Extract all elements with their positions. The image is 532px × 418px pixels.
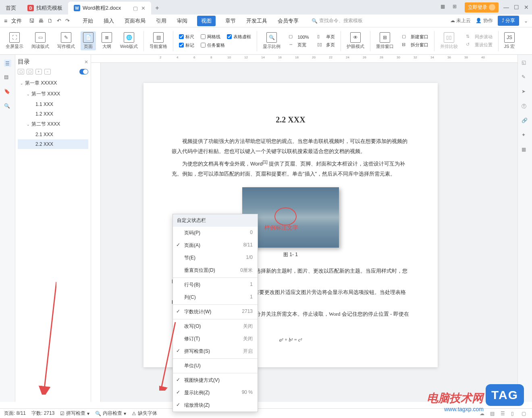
tab-close-icon[interactable]: ✕	[141, 5, 145, 11]
singlepage-button[interactable]: ▯单页	[317, 34, 335, 40]
sidebyside-button[interactable]: ▯▯ 并排比较	[438, 31, 460, 50]
login-button[interactable]: 立即登录	[465, 2, 499, 12]
multipage-button[interactable]: ▯▯多页	[317, 42, 335, 48]
document-area[interactable]: 246810121416182022242628303234363840 2.2…	[91, 55, 517, 402]
contextmenu-item[interactable]: ✓字数统计(W)2713	[173, 306, 258, 318]
contextmenu-item[interactable]: ✓缩放滑块(Z)	[173, 399, 258, 412]
toc-item[interactable]: 2.1 XXX	[18, 130, 88, 139]
ruler-checkbox[interactable]: 标尺	[179, 34, 194, 40]
grid-checkbox[interactable]: 网格线	[201, 34, 220, 40]
file-menu[interactable]: 文件	[11, 17, 22, 25]
view-icon[interactable]: ☰	[501, 411, 507, 416]
pageview-button[interactable]: 📄 页面	[81, 31, 96, 50]
zoom100-button[interactable]: ▢100%	[289, 34, 309, 40]
toc-tool-icon[interactable]: +	[35, 69, 42, 74]
tab-document[interactable]: W Word教程2.docx ▢ ✕	[68, 2, 151, 14]
ribbon-collapse-icon[interactable]: ⌄	[524, 18, 528, 24]
apps-icon[interactable]: ⊞	[453, 4, 460, 11]
ribbon-tab[interactable]: 插入	[103, 16, 115, 26]
view-icon[interactable]: ▤	[490, 411, 497, 416]
tab-home[interactable]: 首页	[0, 2, 22, 14]
arrange-button[interactable]: ⊞ 重排窗口	[374, 31, 396, 50]
status-spellcheck[interactable]: ☑ 拼写检查 ▾	[60, 410, 89, 417]
ribbon-tab[interactable]: 页面布局	[124, 16, 146, 26]
splitwin-button[interactable]: ⊟拆分窗口	[402, 42, 428, 48]
taskpane-checkbox[interactable]: 任务窗格	[201, 42, 225, 48]
search-rail-icon[interactable]: 🔍	[4, 103, 11, 110]
writemode-button[interactable]: ✎ 写作模式	[55, 31, 77, 50]
toc-item[interactable]: 2.2 XXX	[18, 139, 88, 149]
contextmenu-item[interactable]: 垂直页位置(D)0厘米	[173, 264, 258, 277]
toc-item[interactable]: ⌄第一章 XXXXX	[18, 78, 88, 89]
status-contentcheck[interactable]: 🔍 内容检查 ▾	[95, 410, 126, 417]
qat-redo-icon[interactable]: ↷	[65, 18, 70, 24]
toc-tool-icon[interactable]: ▢	[27, 69, 33, 74]
newwin-button[interactable]: ▢新建窗口	[402, 34, 428, 40]
collab-button[interactable]: 👤 协作	[476, 17, 493, 24]
ribbon-tab[interactable]: 开发工具	[245, 16, 268, 26]
toc-item[interactable]: 1.1 XXX	[18, 99, 88, 109]
contextmenu-item[interactable]: 改写(O)关闭	[173, 320, 258, 333]
vertical-ruler[interactable]	[91, 63, 101, 402]
rail-icon[interactable]: ◱	[522, 60, 529, 67]
qat-print-icon[interactable]: 🖶	[38, 18, 44, 24]
toc-tool-icon[interactable]: ▢	[18, 69, 24, 74]
rail-cursor-icon[interactable]: ➤	[522, 89, 529, 96]
view-icon[interactable]: ▢	[522, 411, 528, 416]
maximize-button[interactable]: ☐	[514, 4, 519, 10]
contextmenu-item[interactable]: 行号(B)1	[173, 279, 258, 291]
tabledash-checkbox[interactable]: 表格虚框	[227, 34, 251, 40]
qat-undo-icon[interactable]: ↶	[57, 18, 61, 24]
ribbon-tab[interactable]: 视图	[197, 16, 216, 26]
rail-star-icon[interactable]: ✦	[522, 132, 529, 139]
status-missingfont[interactable]: ⚠ 缺失字体	[132, 410, 157, 417]
ribbon-tab[interactable]: 会员专享	[277, 16, 299, 26]
ribbon-tab[interactable]: 引用	[155, 16, 167, 26]
contextmenu-item[interactable]: 节(E)1/0	[173, 252, 258, 264]
jsmacro-button[interactable]: JS JS 宏	[502, 31, 517, 50]
contextmenu-item[interactable]: ✓视图快捷方式(V)	[173, 374, 258, 387]
contextmenu-item[interactable]: ✓拼写检查(S)开启	[173, 345, 258, 358]
contextmenu-item[interactable]: 列(C)1	[173, 291, 258, 304]
chevron-down-icon[interactable]: ⌄	[27, 92, 30, 96]
pagewidth-button[interactable]: ↔页宽	[289, 42, 309, 48]
thumbnail-rail-icon[interactable]: ▤	[4, 74, 11, 81]
close-button[interactable]: ✕	[524, 4, 529, 10]
readmode-button[interactable]: ▭ 阅读版式	[29, 31, 52, 50]
webview-button[interactable]: 🌐 Web版式	[118, 31, 140, 50]
command-search[interactable]: 🔍 查找命令、搜索模板	[312, 17, 384, 24]
chevron-down-icon[interactable]: ⌄	[20, 81, 23, 85]
horizontal-ruler[interactable]: 246810121416182022242628303234363840	[91, 55, 517, 63]
marker-checkbox[interactable]: 标记	[179, 42, 194, 48]
rail-text-icon[interactable]: Ⓣ	[522, 103, 529, 110]
ribbon-tab[interactable]: 开始	[82, 16, 94, 26]
contextmenu-item[interactable]: 页码(P)0	[173, 227, 258, 239]
toc-item[interactable]: ⌄第二节 XXXX	[18, 119, 88, 130]
navpane-button[interactable]: ▤ 导航窗格	[147, 31, 170, 50]
contextmenu-item[interactable]: ✓显示比例(Z)90 %	[173, 387, 258, 399]
qat-preview-icon[interactable]: 🗋	[48, 18, 53, 24]
qat-save-icon[interactable]: 🖫	[29, 18, 34, 24]
tab-template[interactable]: D 找稻壳模板	[22, 2, 68, 14]
fullscreen-button[interactable]: ⛶ 全屏显示	[3, 31, 26, 50]
status-page[interactable]: 页面: 8/11	[4, 410, 26, 417]
zoom-button[interactable]: 🔍 显示比例	[260, 31, 283, 50]
grid-icon[interactable]: ▦	[441, 4, 448, 11]
eyecare-button[interactable]: 👁 护眼模式	[344, 31, 367, 50]
toc-tool-icon[interactable]: −	[44, 69, 51, 74]
rail-pen-icon[interactable]: ✎	[522, 74, 529, 81]
view-icon[interactable]: ▯	[511, 411, 517, 416]
ribbon-tab[interactable]: 审阅	[176, 16, 188, 26]
toc-item[interactable]: 1.2 XXX	[18, 109, 88, 119]
chevron-down-icon[interactable]: ⌄	[27, 122, 30, 126]
bookmark-rail-icon[interactable]: 🔖	[4, 89, 11, 96]
hamburger-icon[interactable]: ≡	[4, 18, 7, 24]
toc-toggle[interactable]	[79, 69, 88, 74]
status-words[interactable]: 字数: 2713	[31, 410, 54, 417]
contextmenu-item[interactable]: 修订(T)关闭	[173, 333, 258, 345]
toc-item[interactable]: ⌄第一节 XXXX	[18, 89, 88, 99]
pin-icon[interactable]: ▢	[133, 5, 138, 11]
share-button[interactable]: ⤴ 分享	[498, 16, 519, 26]
toc-rail-icon[interactable]: ☰	[4, 60, 11, 67]
rail-chain-icon[interactable]: 🔗	[522, 118, 529, 125]
